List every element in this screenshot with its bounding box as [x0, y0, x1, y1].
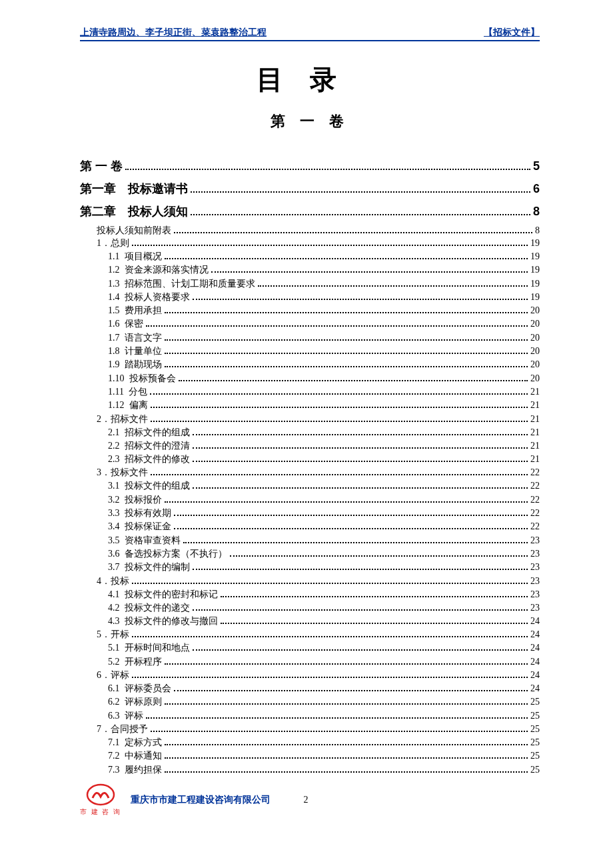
toc-entry: 6.2 评标原则 25	[80, 695, 540, 709]
toc-page: 25	[530, 749, 540, 763]
toc-dots	[183, 536, 528, 543]
toc-num: 5．	[97, 629, 111, 641]
toc-page: 22	[530, 479, 540, 493]
toc-label: 项目概况	[125, 250, 162, 263]
toc-dots	[151, 415, 528, 421]
toc-label: 招标范围、计划工期和质量要求	[125, 277, 255, 291]
toc-dots	[165, 361, 528, 367]
toc-page: 19	[530, 238, 540, 249]
toc-dots	[165, 307, 528, 313]
toc-label: 履约担保	[125, 763, 162, 777]
toc-dots	[193, 428, 528, 435]
logo-icon	[86, 783, 115, 806]
toc-entry: 投标人须知前附表 8	[80, 225, 540, 237]
toc-label: 资金来源和落实情况	[125, 263, 209, 277]
toc-entry: 1.10 投标预备会 20	[80, 372, 540, 385]
toc-label: 开标	[111, 629, 129, 641]
toc-page: 24	[530, 641, 540, 655]
logo-text: 市 建 咨 询	[80, 807, 121, 817]
toc-label: 投标报价	[125, 493, 162, 507]
toc-page: 22	[530, 507, 540, 520]
toc-page: 24	[530, 655, 540, 669]
toc-num: 4.2	[108, 601, 125, 615]
toc-entry: 3.1 投标文件的组成 22	[80, 479, 540, 493]
toc-page: 19	[530, 277, 540, 291]
toc-page: 22	[530, 467, 540, 478]
toc-num: 1.11	[108, 385, 129, 399]
toc-page: 21	[530, 399, 540, 412]
toc-page: 25	[530, 736, 540, 749]
toc-label: 投标有效期	[125, 507, 171, 520]
footer: 市 建 咨 询 重庆市市建工程建设咨询有限公司 2	[80, 783, 540, 817]
toc-label: 开标程序	[125, 655, 162, 669]
toc-label: 总则	[111, 237, 129, 249]
toc-entry: 7．合同授予 25	[80, 723, 540, 735]
toc-label: 招标文件的修改	[125, 453, 190, 466]
toc-num: 7.1	[108, 736, 125, 749]
toc-num: 1.9	[108, 358, 125, 371]
toc-num: 6.3	[108, 709, 125, 723]
header-right: 【招标文件】	[484, 27, 540, 39]
toc-entry: 3.6 备选投标方案（不执行） 23	[80, 547, 540, 561]
toc-page: 23	[530, 534, 540, 547]
toc-label: 踏勘现场	[125, 358, 162, 371]
toc-dots	[193, 644, 528, 651]
toc-num: 3.2	[108, 493, 125, 507]
toc-label: 语言文字	[125, 331, 162, 345]
toc-label: 招标文件的组成	[125, 426, 190, 439]
toc-num: 1.12	[108, 399, 129, 412]
toc-dots	[146, 711, 528, 718]
toc-entry: 第 一 卷5	[80, 158, 540, 174]
toc-label: 投标文件的密封和标记	[125, 588, 218, 601]
toc-dots	[174, 509, 528, 516]
toc-label: 投标人资格要求	[125, 291, 190, 304]
toc-label: 评标	[125, 709, 143, 723]
toc-entry: 3.5 资格审查资料 23	[80, 534, 540, 547]
toc-label: 保密	[125, 317, 143, 331]
toc-dots	[165, 333, 528, 340]
toc-label: 招标文件的澄清	[125, 439, 190, 453]
toc-label: 偏离	[129, 399, 148, 412]
toc-label: 分包	[129, 385, 147, 399]
toc-dots	[193, 455, 528, 462]
toc-entry: 5．开标 24	[80, 629, 540, 641]
toc-page: 21	[530, 414, 540, 425]
toc-dots	[146, 320, 528, 327]
toc-num: 3.3	[108, 507, 125, 520]
toc-dots	[125, 160, 530, 170]
logo: 市 建 咨 询	[80, 783, 121, 817]
toc-page: 20	[530, 331, 540, 345]
toc-label: 投标邀请书	[128, 181, 188, 197]
toc-entry: 4．投标 23	[80, 575, 540, 587]
toc-num: 4.3	[108, 615, 125, 628]
toc-page: 20	[530, 304, 540, 317]
toc-entry: 4.2 投标文件的递交 23	[80, 601, 540, 615]
toc-entry: 3.4 投标保证金 22	[80, 520, 540, 533]
toc-dots	[174, 685, 528, 691]
footer-page-number: 2	[304, 795, 308, 805]
toc-page: 21	[530, 426, 540, 439]
toc-label: 投标文件	[111, 467, 148, 479]
toc-page: 23	[530, 588, 540, 601]
toc-page: 8	[533, 205, 540, 219]
toc-label: 评标原则	[125, 695, 162, 709]
toc-num: 6.2	[108, 695, 125, 709]
toc-page: 25	[530, 709, 540, 723]
toc-dots	[165, 698, 528, 705]
toc-page: 25	[530, 695, 540, 709]
toc-page: 24	[530, 629, 540, 640]
toc-label: 投标	[111, 575, 129, 587]
toc-label: 投标文件的修改与撤回	[125, 615, 218, 628]
toc-entry: 7.1 定标方式 25	[80, 736, 540, 749]
toc-entry: 5.2 开标程序 24	[80, 655, 540, 669]
toc-entry: 1.12 偏离 21	[80, 399, 540, 412]
toc-num: 6．	[97, 669, 111, 681]
toc-entry: 7.3 履约担保 25	[80, 763, 540, 777]
toc-label: 定标方式	[125, 736, 162, 749]
toc-num: 1.7	[108, 331, 125, 345]
toc-entry: 6.1 评标委员会 24	[80, 682, 540, 695]
toc-dots	[165, 657, 528, 664]
toc-entry: 3.2 投标报价 22	[80, 493, 540, 507]
toc-entry: 5.1 开标时间和地点 24	[80, 641, 540, 655]
toc-dots	[165, 495, 528, 502]
